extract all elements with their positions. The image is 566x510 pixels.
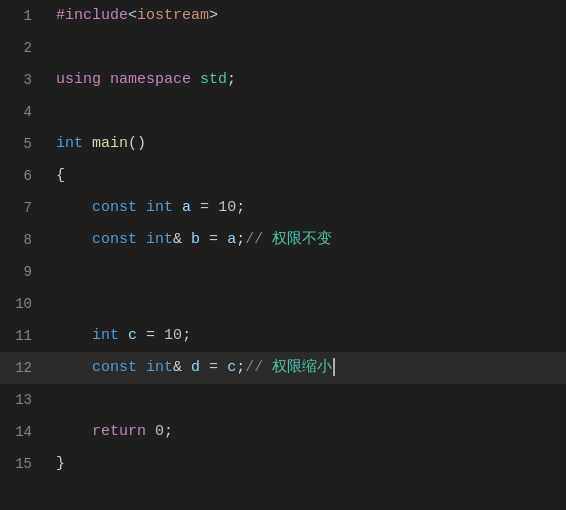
- line-number-4: 4: [0, 96, 48, 128]
- line-number-8: 8: [0, 224, 48, 256]
- line-number-13: 13: [0, 384, 48, 416]
- line-content-7[interactable]: const int a = 10;: [48, 192, 566, 224]
- line-content-9[interactable]: [48, 256, 566, 288]
- code-line-2: 2: [0, 32, 566, 64]
- line-number-15: 15: [0, 448, 48, 480]
- code-line-11: 11 int c = 10;: [0, 320, 566, 352]
- line-content-14[interactable]: return 0;: [48, 416, 566, 448]
- code-line-10: 10: [0, 288, 566, 320]
- text-cursor: [333, 358, 335, 376]
- line-number-1: 1: [0, 0, 48, 32]
- line-content-3[interactable]: using namespace std;: [48, 64, 566, 96]
- line-content-12[interactable]: const int& d = c;// 权限缩小: [48, 352, 566, 384]
- code-line-1: 1 #include<iostream>: [0, 0, 566, 32]
- line-number-6: 6: [0, 160, 48, 192]
- code-line-9: 9: [0, 256, 566, 288]
- line-content-8[interactable]: const int& b = a;// 权限不变: [48, 224, 566, 256]
- line-content-11[interactable]: int c = 10;: [48, 320, 566, 352]
- code-line-6: 6 {: [0, 160, 566, 192]
- code-line-4: 4: [0, 96, 566, 128]
- line-number-2: 2: [0, 32, 48, 64]
- code-line-13: 13: [0, 384, 566, 416]
- line-number-14: 14: [0, 416, 48, 448]
- code-editor: 1 #include<iostream> 2 3 using namespace…: [0, 0, 566, 510]
- line-content-6[interactable]: {: [48, 160, 566, 192]
- code-line-7: 7 const int a = 10;: [0, 192, 566, 224]
- code-line-8: 8 const int& b = a;// 权限不变: [0, 224, 566, 256]
- line-number-3: 3: [0, 64, 48, 96]
- line-content-5[interactable]: int main(): [48, 128, 566, 160]
- line-number-7: 7: [0, 192, 48, 224]
- line-content-10[interactable]: [48, 288, 566, 320]
- code-line-5: 5 int main(): [0, 128, 566, 160]
- line-content-13[interactable]: [48, 384, 566, 416]
- line-number-5: 5: [0, 128, 48, 160]
- code-line-12: 12 const int& d = c;// 权限缩小: [0, 352, 566, 384]
- line-number-11: 11: [0, 320, 48, 352]
- line-content-1[interactable]: #include<iostream>: [48, 0, 566, 32]
- line-number-9: 9: [0, 256, 48, 288]
- line-number-12: 12: [0, 352, 48, 384]
- code-line-3: 3 using namespace std;: [0, 64, 566, 96]
- code-line-14: 14 return 0;: [0, 416, 566, 448]
- line-content-4[interactable]: [48, 96, 566, 128]
- line-number-10: 10: [0, 288, 48, 320]
- line-content-2[interactable]: [48, 32, 566, 64]
- line-content-15[interactable]: }: [48, 448, 566, 480]
- code-line-15: 15 }: [0, 448, 566, 480]
